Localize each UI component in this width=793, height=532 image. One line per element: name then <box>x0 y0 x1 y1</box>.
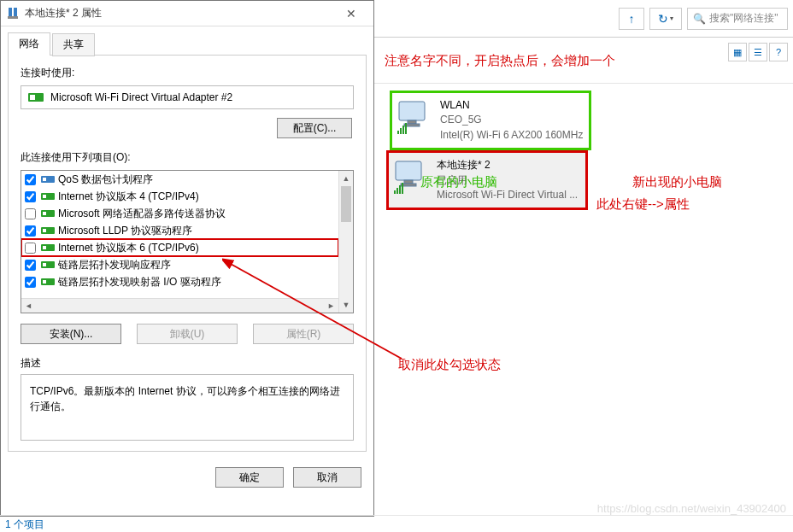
svg-rect-2 <box>8 16 18 19</box>
svg-rect-20 <box>408 120 416 124</box>
explorer-pane: ↑ ↻▾ 🔍 搜索"网络连接" ▦ ☰ ? WLAN CEO_5G Intel(… <box>374 0 793 532</box>
protocol-icon <box>41 242 55 254</box>
svg-rect-16 <box>43 263 46 266</box>
uninstall-button: 卸载(U) <box>137 324 238 344</box>
component-label: 链路层拓扑发现响应程序 <box>58 258 171 272</box>
svg-rect-23 <box>404 180 413 184</box>
tab-body: 连接时使用: Microsoft Wi-Fi Direct Virtual Ad… <box>8 55 367 452</box>
adapter-name: 本地连接* 2 <box>437 158 578 172</box>
component-label: Internet 协议版本 6 (TCP/IPv6) <box>58 241 199 255</box>
tab-strip: 网络 共享 <box>1 26 373 55</box>
explorer-toolbar: ↑ ↻▾ 🔍 搜索"网络连接" <box>374 0 793 38</box>
tab-network[interactable]: 网络 <box>8 32 50 56</box>
description-label: 描述 <box>21 356 354 371</box>
tab-share-label: 共享 <box>63 38 84 50</box>
install-button[interactable]: 安装(N)... <box>21 324 121 344</box>
nic-icon <box>28 91 44 103</box>
svg-rect-12 <box>43 229 46 232</box>
component-item[interactable]: 链路层拓扑发现响应程序 <box>21 256 338 273</box>
status-bar: 1 个项目 <box>0 515 793 532</box>
items-label: 此连接使用下列项目(O): <box>21 150 354 165</box>
protocol-icon <box>41 208 55 219</box>
adapter-icon <box>6 7 20 20</box>
component-label: Microsoft 网络适配器多路传送器协议 <box>58 207 226 221</box>
help-button[interactable]: ? <box>769 43 788 61</box>
protocol-icon <box>41 276 55 288</box>
computer-icon <box>396 98 435 134</box>
adapter-wlan[interactable]: WLAN CEO_5G Intel(R) Wi-Fi 6 AX200 160MH… <box>390 91 591 150</box>
component-item[interactable]: Internet 协议版本 6 (TCP/IPv6) <box>21 239 338 256</box>
scrollbar-thumb[interactable] <box>341 186 351 222</box>
svg-rect-0 <box>9 8 12 16</box>
view-list-button[interactable]: ☰ <box>749 43 767 61</box>
component-item[interactable]: Microsoft LLDP 协议驱动程序 <box>21 222 338 239</box>
h-scrollbar[interactable]: ◄► <box>21 298 338 313</box>
component-item[interactable]: Internet 协议版本 4 (TCP/IPv4) <box>21 188 338 205</box>
search-box[interactable]: 🔍 搜索"网络连接" <box>687 8 788 30</box>
component-checkbox[interactable] <box>25 174 36 185</box>
component-label: Microsoft LLDP 协议驱动程序 <box>58 224 192 238</box>
annotation-green: 原有的小电脑 <box>420 174 497 190</box>
close-button[interactable]: ✕ <box>334 2 368 26</box>
adapter-name: WLAN <box>440 98 583 113</box>
connect-using-label: 连接时使用: <box>21 66 354 80</box>
component-checkbox[interactable] <box>25 225 36 237</box>
protocol-icon <box>41 259 55 271</box>
component-checkbox[interactable] <box>25 208 36 219</box>
annotation-red2: 此处右键-->属性 <box>596 196 690 213</box>
properties-dialog: 本地连接* 2 属性 ✕ 网络 共享 连接时使用: Microsoft Wi-F… <box>0 0 374 517</box>
components-listbox[interactable]: QoS 数据包计划程序Internet 协议版本 4 (TCP/IPv4)Mic… <box>21 170 354 313</box>
svg-rect-4 <box>30 95 35 100</box>
annotation-top: 注意名字不同，开启热点后，会增加一个 <box>385 53 615 69</box>
svg-rect-6 <box>43 178 46 181</box>
tab-share[interactable]: 共享 <box>52 33 95 56</box>
svg-rect-22 <box>396 161 421 180</box>
protocol-icon <box>41 190 55 202</box>
protocol-icon <box>41 225 55 237</box>
dialog-footer: 确定 取消 <box>1 459 373 496</box>
adapter-field: Microsoft Wi-Fi Direct Virtual Adapter #… <box>21 85 354 109</box>
adapter-name: Microsoft Wi-Fi Direct Virtual Adapter #… <box>50 91 232 103</box>
svg-rect-19 <box>399 102 425 120</box>
configure-button[interactable]: 配置(C)... <box>277 118 352 138</box>
component-item[interactable]: 链路层拓扑发现映射器 I/O 驱动程序 <box>21 273 338 290</box>
dialog-title: 本地连接* 2 属性 <box>25 6 334 20</box>
annotation-red1: 新出现的小电脑 <box>632 174 722 190</box>
component-label: 链路层拓扑发现映射器 I/O 驱动程序 <box>58 275 221 289</box>
titlebar[interactable]: 本地连接* 2 属性 ✕ <box>1 1 373 26</box>
annotation-cancel: 取消此处勾选状态 <box>398 357 501 373</box>
svg-rect-14 <box>43 246 46 249</box>
component-label: QoS 数据包计划程序 <box>58 172 153 187</box>
nav-up-button[interactable]: ↑ <box>619 8 644 30</box>
properties-button: 属性(R) <box>253 324 354 344</box>
refresh-button[interactable]: ↻▾ <box>649 8 682 30</box>
svg-rect-18 <box>43 280 46 284</box>
component-label: Internet 协议版本 4 (TCP/IPv4) <box>58 190 199 204</box>
component-item[interactable]: QoS 数据包计划程序 <box>21 171 338 188</box>
adapter-status: CEO_5G <box>440 113 583 127</box>
search-icon: 🔍 <box>693 13 706 25</box>
svg-rect-8 <box>43 195 46 198</box>
watermark: https://blog.csdn.net/weixin_43902400 <box>597 502 786 515</box>
description-text: TCP/IPv6。最新版本的 Internet 协议，可以跨多个相互连接的网络进… <box>21 374 354 441</box>
svg-rect-1 <box>14 8 17 16</box>
view-large-button[interactable]: ▦ <box>728 43 747 61</box>
protocol-icon <box>41 173 55 185</box>
tab-network-label: 网络 <box>19 38 39 50</box>
component-checkbox[interactable] <box>25 277 36 288</box>
adapters-area[interactable]: WLAN CEO_5G Intel(R) Wi-Fi 6 AX200 160MH… <box>374 84 793 515</box>
component-checkbox[interactable] <box>25 260 36 271</box>
component-item[interactable]: Microsoft 网络适配器多路传送器协议 <box>21 205 338 222</box>
component-checkbox[interactable] <box>25 191 36 202</box>
svg-rect-10 <box>43 212 46 215</box>
adapter-device: Intel(R) Wi-Fi 6 AX200 160MHz <box>440 128 583 143</box>
ok-button[interactable]: 确定 <box>215 467 284 488</box>
search-placeholder: 搜索"网络连接" <box>709 11 778 26</box>
cancel-button[interactable]: 取消 <box>293 467 361 488</box>
component-checkbox[interactable] <box>25 243 36 254</box>
v-scrollbar[interactable]: ▲ ▼ <box>338 171 353 313</box>
